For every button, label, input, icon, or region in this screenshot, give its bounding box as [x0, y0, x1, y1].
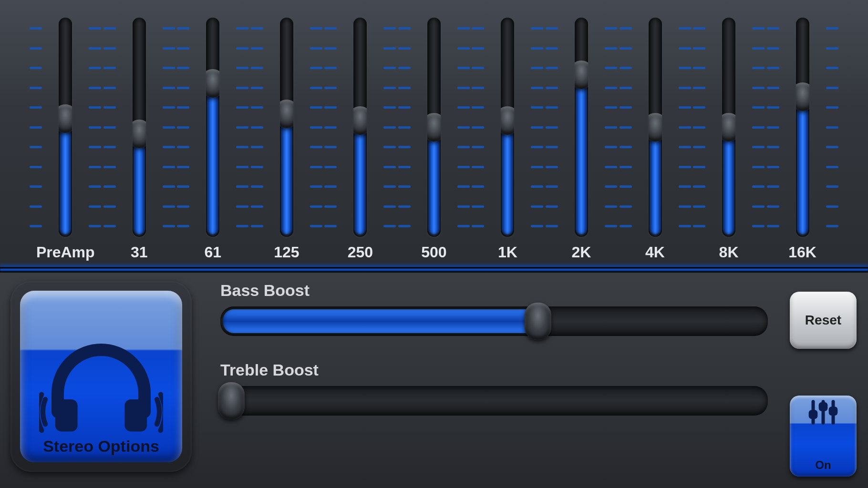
stereo-options-label: Stereo Options [43, 437, 159, 456]
eq-slider-area [693, 18, 765, 237]
eq-slider-thumb[interactable] [722, 113, 735, 142]
eq-slider[interactable] [59, 18, 72, 237]
eq-band-label: 500 [421, 244, 446, 261]
reset-button[interactable]: Reset [790, 292, 857, 349]
eq-slider-area [620, 18, 691, 237]
eq-slider-thumb[interactable] [353, 106, 367, 135]
treble-boost-slider[interactable] [220, 386, 768, 416]
eq-band-label: 16K [788, 244, 816, 261]
bass-boost-label: Bass Boost [220, 281, 768, 300]
eq-slider[interactable] [280, 18, 293, 237]
eq-slider-thumb[interactable] [501, 106, 514, 135]
eq-band-label: 125 [274, 244, 299, 261]
eq-slider-fill [355, 118, 365, 234]
eq-band-2k: 2K [546, 18, 617, 261]
eq-band-4k: 4K [620, 18, 691, 261]
eq-slider-area [103, 18, 175, 237]
eq-slider-thumb[interactable] [796, 82, 809, 111]
eq-slider[interactable] [133, 18, 146, 237]
eq-slider-area [324, 18, 396, 237]
bass-boost-thumb[interactable] [525, 303, 551, 340]
eq-band-label: PreAmp [36, 244, 95, 261]
eq-slider[interactable] [575, 18, 588, 237]
eq-band-label: 250 [348, 244, 373, 261]
eq-band-label: 61 [205, 244, 222, 261]
equalizer-panel: PreAmp31611252505001K2K4K8K16K [0, 0, 868, 267]
svg-rect-7 [830, 408, 836, 414]
eq-band-125: 125 [251, 18, 322, 261]
eq-slider-fill [798, 94, 807, 234]
eq-slider-thumb[interactable] [575, 61, 588, 89]
eq-band-label: 2K [572, 244, 591, 261]
svg-rect-0 [55, 399, 78, 432]
eq-slider[interactable] [427, 18, 441, 237]
eq-band-preamp: PreAmp [30, 18, 101, 261]
bass-boost-slider[interactable] [220, 306, 768, 336]
eq-slider-area [398, 18, 470, 237]
stereo-options-inner: Stereo Options [20, 291, 182, 462]
eq-slider-fill [61, 116, 70, 234]
eq-band-label: 31 [131, 244, 148, 261]
eq-slider[interactable] [353, 18, 367, 237]
right-button-column: Reset On [787, 273, 868, 488]
eq-slider-fill [208, 81, 217, 234]
eq-slider-thumb[interactable] [649, 113, 662, 142]
eq-band-1k: 1K [472, 18, 543, 261]
eq-slider[interactable] [649, 18, 662, 237]
svg-rect-3 [810, 412, 816, 417]
eq-slider-area [472, 18, 543, 237]
eq-slider-thumb[interactable] [280, 100, 293, 128]
on-toggle-label: On [815, 458, 831, 472]
svg-rect-1 [124, 399, 147, 432]
treble-boost-label: Treble Boost [220, 361, 768, 379]
eq-band-label: 4K [645, 244, 665, 261]
sliders-icon [806, 396, 840, 429]
eq-slider-thumb[interactable] [133, 120, 146, 148]
eq-band-16k: 16K [767, 18, 838, 261]
eq-slider-area [251, 18, 322, 237]
eq-band-61: 61 [177, 18, 248, 261]
eq-band-label: 1K [498, 244, 517, 261]
eq-slider-thumb[interactable] [206, 69, 219, 98]
eq-slider[interactable] [796, 18, 809, 237]
eq-slider-thumb[interactable] [59, 104, 72, 133]
reset-button-label: Reset [805, 313, 841, 328]
eq-slider-fill [282, 111, 291, 234]
eq-band-31: 31 [103, 18, 175, 261]
headphones-icon [39, 337, 163, 437]
eq-slider-fill [577, 72, 586, 234]
eq-band-250: 250 [324, 18, 396, 261]
eq-slider-area [30, 18, 101, 237]
treble-boost-thumb[interactable] [218, 382, 245, 419]
svg-rect-5 [820, 404, 826, 410]
eq-slider[interactable] [206, 18, 219, 237]
panel-divider [0, 267, 868, 273]
boost-column: Bass Boost Treble Boost [201, 273, 787, 488]
eq-band-500: 500 [398, 18, 470, 261]
eq-slider[interactable] [501, 18, 514, 237]
eq-slider-area [177, 18, 248, 237]
on-toggle-button[interactable]: On [790, 396, 857, 477]
eq-band-label: 8K [719, 244, 739, 261]
eq-band-8k: 8K [693, 18, 765, 261]
bass-boost-fill [223, 309, 541, 333]
eq-slider-thumb[interactable] [427, 113, 441, 142]
eq-slider-fill [503, 118, 512, 234]
eq-slider-area [767, 18, 838, 237]
eq-slider-area [546, 18, 617, 237]
eq-slider[interactable] [722, 18, 735, 237]
stereo-options-button[interactable]: Stereo Options [10, 281, 192, 472]
bottom-panel: Stereo Options Bass Boost Treble Boost R… [0, 273, 868, 488]
